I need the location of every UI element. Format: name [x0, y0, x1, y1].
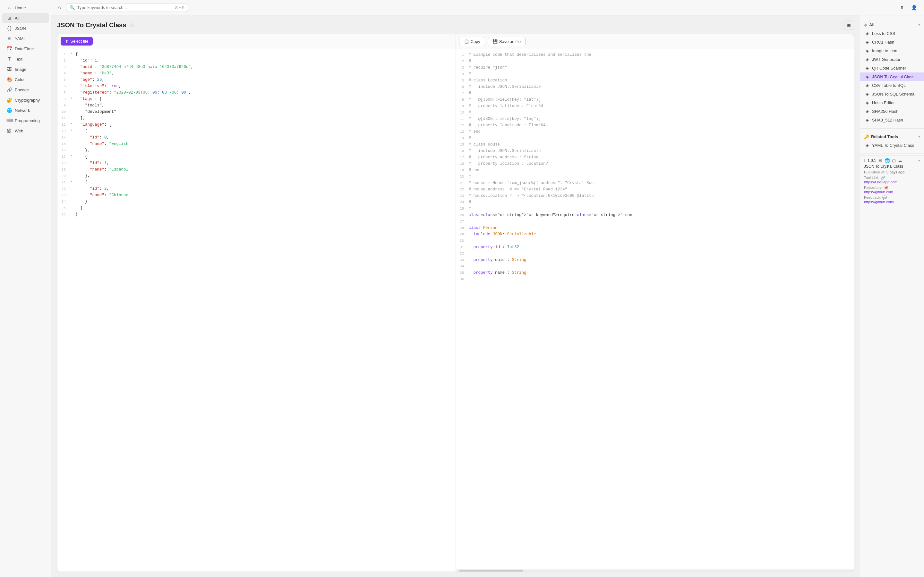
code-line: 17▾ { [57, 153, 456, 160]
sidebar-item-datetime[interactable]: 📅 Date/Time [2, 44, 49, 53]
page-title: JSON To Crystal Class [57, 21, 126, 29]
tool-name: JSON To Crystal Class [864, 164, 920, 169]
output-editor[interactable]: 1# Example code that deserializes and se… [456, 49, 854, 569]
right-item-jwt-generator[interactable]: ◈ JWT Generator [860, 55, 924, 64]
line-content: "id": 2, [74, 185, 456, 192]
user-button[interactable]: 👤 [909, 3, 919, 12]
sidebar-item-text[interactable]: T Text [2, 54, 49, 64]
save-as-file-button[interactable]: 💾 Save as file [488, 37, 525, 46]
code-line: 8▾ "tags": [ [57, 96, 456, 102]
share-button[interactable]: ⬆ [898, 3, 906, 12]
feedback-icon: 💬 [882, 195, 887, 199]
right-item-sha3-512-hash[interactable]: ◈ SHA3_512 Hash [860, 116, 924, 124]
right-item-less-to-css[interactable]: ◈ Less to CSS [860, 29, 924, 38]
sidebar-item-label: Web [15, 129, 23, 133]
desktop-icon[interactable]: 🖥 [878, 158, 883, 163]
code-line: 31 property id : Int32 [456, 244, 854, 250]
line-number: 17 [456, 154, 467, 161]
right-item-yaml-to-crystal[interactable]: ◈ YAML To Crystal Class [860, 141, 924, 150]
input-editor[interactable]: 1▾{2 "id": 1,3 "uuid": "3d877494-e7d4-48… [57, 48, 456, 572]
favorite-button[interactable]: ☆ [129, 22, 134, 28]
right-item-csv-table-to-sql[interactable]: ◈ CSV Table to SQL [860, 81, 924, 90]
line-content: "name": "He3", [74, 70, 456, 77]
line-number: 1 [456, 52, 467, 58]
search-input[interactable] [78, 5, 172, 10]
line-number: 18 [57, 160, 69, 166]
tool-link[interactable]: https://t.he3app.com... [864, 180, 901, 184]
sidebar-item-programming[interactable]: ⌨ Programming [2, 116, 49, 125]
line-caret[interactable]: ▾ [69, 96, 74, 102]
feedback-link[interactable]: https://github.com/... [864, 200, 897, 204]
line-caret[interactable]: ▾ [69, 153, 74, 160]
input-toolbar: ⬆ Select file [57, 34, 456, 48]
scrollbar-thumb[interactable] [459, 570, 523, 572]
line-content: }, [74, 173, 456, 179]
chevron-down-icon[interactable]: ▾ [918, 159, 920, 163]
yaml-icon: ≡ [6, 36, 12, 41]
home-button[interactable]: ⌂ [56, 3, 63, 12]
right-item-hosts-editor[interactable]: ◈ Hosts Editor [860, 98, 924, 107]
right-item-qr-code-scanner[interactable]: ◈ QR Code Scanner [860, 64, 924, 73]
globe-icon[interactable]: 🌐 [885, 158, 890, 163]
related-label: 🔑 Related Tools [864, 134, 898, 139]
line-number: 16 [456, 148, 467, 154]
sidebar-item-encode[interactable]: 🔗 Encode [2, 85, 49, 95]
sidebar-item-image[interactable]: 🖼 Image [2, 64, 49, 74]
line-caret[interactable]: ▾ [69, 51, 74, 57]
line-caret[interactable]: ▾ [69, 179, 74, 185]
sidebar-item-yaml[interactable]: ≡ YAML [2, 34, 49, 43]
line-number: 24 [57, 198, 69, 205]
line-number: 14 [456, 135, 467, 141]
right-item-json-to-sql-schema[interactable]: ◈ JSON To SQL Schema [860, 90, 924, 98]
sidebar-item-label: Date/Time [15, 47, 34, 51]
line-caret [69, 205, 74, 211]
code-line: 21# house = House.from_json(%({"address"… [456, 180, 854, 186]
image-icon: 🖼 [6, 67, 12, 72]
cloud-icon[interactable]: ☁ [898, 158, 902, 163]
sidebar-item-web[interactable]: 🕸 Web [2, 126, 49, 135]
all-section-header[interactable]: ◈ All ▾ [860, 21, 924, 29]
repo-link[interactable]: https://github.com... [864, 190, 896, 194]
sidebar-item-network[interactable]: 🌐 Network [2, 105, 49, 115]
line-caret[interactable]: ▾ [69, 121, 74, 128]
line-content: class=class="cr-string">"cr-keyword">req… [467, 212, 854, 218]
line-number: 10 [57, 109, 69, 115]
sidebar-item-color[interactable]: 🎨 Color [2, 75, 49, 84]
line-number: 28 [456, 225, 467, 231]
code-line: 14# [456, 135, 854, 141]
line-caret [69, 141, 74, 147]
code-line: 21▾ { [57, 179, 456, 185]
right-item-sha256-hash[interactable]: ◈ SHA256 Hash [860, 107, 924, 116]
related-section-header[interactable]: 🔑 Related Tools ▾ [860, 132, 924, 141]
sidebar-item-all[interactable]: ⊞ All [2, 13, 49, 23]
divider-2 [860, 153, 924, 154]
sidebar-item-cryptography[interactable]: 🔐 Cryptography [2, 95, 49, 105]
link-icon: 🔗 [881, 176, 885, 179]
code-line: 33 property uuid : String [456, 257, 854, 263]
horizontal-scrollbar[interactable] [456, 569, 854, 572]
sidebar-item-json[interactable]: { } JSON [2, 23, 49, 33]
copy-button[interactable]: 📋 Copy [459, 37, 485, 46]
line-number: 6 [456, 84, 467, 90]
line-number: 8 [456, 97, 467, 103]
sidebar-item-home[interactable]: ⌂ Home [2, 3, 49, 13]
version-icons: 🖥 🌐 ⬡ ☁ [878, 158, 902, 163]
layout-toggle-button[interactable]: ▣ [844, 21, 854, 29]
code-line: 22# house.address # => "Crystal Road 123… [456, 186, 854, 193]
line-caret[interactable]: ▾ [69, 128, 74, 134]
tool-icon: ◈ [865, 74, 870, 79]
related-icon: 🔑 [864, 134, 869, 139]
github-icon[interactable]: ⬡ [892, 158, 896, 163]
right-panel: ◈ All ▾ ◈ Less to CSS ◈ CRC1 Hash ◈ Imag… [860, 15, 924, 577]
right-item-json-to-crystal[interactable]: ◈ JSON To Crystal Class [860, 73, 924, 81]
tool-icon: ◈ [865, 100, 870, 105]
line-number: 5 [57, 77, 69, 83]
line-caret [69, 185, 74, 192]
encode-icon: 🔗 [6, 87, 12, 92]
line-number: 26 [456, 212, 467, 218]
output-toolbar: 📋 Copy 💾 Save as file [456, 34, 854, 49]
crypto-icon: 🔐 [6, 97, 12, 103]
right-item-crc1-hash[interactable]: ◈ CRC1 Hash [860, 38, 924, 47]
select-file-button[interactable]: ⬆ Select file [61, 37, 93, 45]
right-item-image-to-icon[interactable]: ◈ Image to Icon [860, 47, 924, 55]
